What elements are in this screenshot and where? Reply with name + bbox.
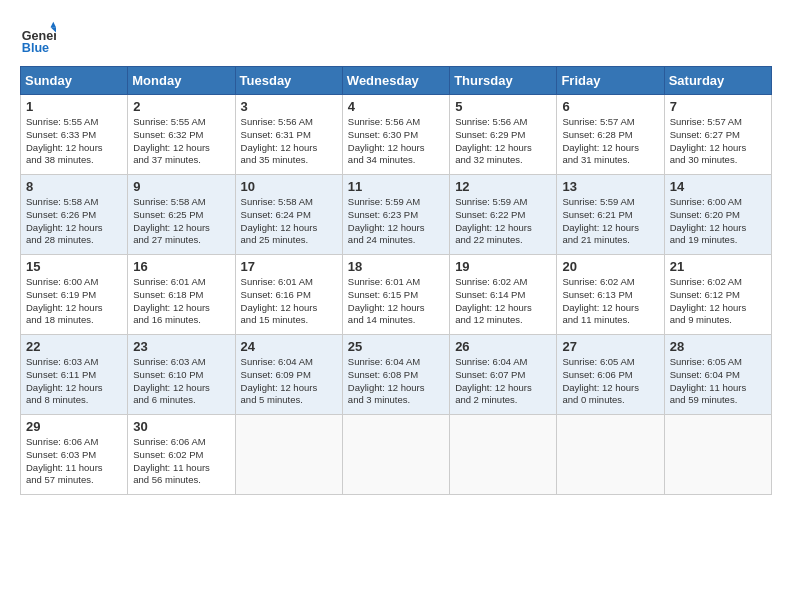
week-row-2: 8Sunrise: 5:58 AM Sunset: 6:26 PM Daylig…	[21, 175, 772, 255]
day-number: 5	[455, 99, 551, 114]
day-of-week-wednesday: Wednesday	[342, 67, 449, 95]
cell-content: Sunrise: 6:03 AM Sunset: 6:10 PM Dayligh…	[133, 356, 229, 407]
day-number: 16	[133, 259, 229, 274]
day-number: 28	[670, 339, 766, 354]
calendar-cell	[450, 415, 557, 495]
cell-content: Sunrise: 6:03 AM Sunset: 6:11 PM Dayligh…	[26, 356, 122, 407]
cell-content: Sunrise: 6:01 AM Sunset: 6:15 PM Dayligh…	[348, 276, 444, 327]
day-number: 20	[562, 259, 658, 274]
calendar-cell: 17Sunrise: 6:01 AM Sunset: 6:16 PM Dayli…	[235, 255, 342, 335]
cell-content: Sunrise: 6:06 AM Sunset: 6:03 PM Dayligh…	[26, 436, 122, 487]
calendar-cell	[664, 415, 771, 495]
day-number: 15	[26, 259, 122, 274]
cell-content: Sunrise: 5:55 AM Sunset: 6:33 PM Dayligh…	[26, 116, 122, 167]
cell-content: Sunrise: 5:57 AM Sunset: 6:27 PM Dayligh…	[670, 116, 766, 167]
day-number: 29	[26, 419, 122, 434]
calendar-cell: 20Sunrise: 6:02 AM Sunset: 6:13 PM Dayli…	[557, 255, 664, 335]
calendar-cell: 3Sunrise: 5:56 AM Sunset: 6:31 PM Daylig…	[235, 95, 342, 175]
calendar-cell	[235, 415, 342, 495]
day-number: 19	[455, 259, 551, 274]
calendar-cell: 30Sunrise: 6:06 AM Sunset: 6:02 PM Dayli…	[128, 415, 235, 495]
calendar-cell: 26Sunrise: 6:04 AM Sunset: 6:07 PM Dayli…	[450, 335, 557, 415]
week-row-5: 29Sunrise: 6:06 AM Sunset: 6:03 PM Dayli…	[21, 415, 772, 495]
day-number: 2	[133, 99, 229, 114]
day-number: 23	[133, 339, 229, 354]
cell-content: Sunrise: 6:05 AM Sunset: 6:04 PM Dayligh…	[670, 356, 766, 407]
cell-content: Sunrise: 5:55 AM Sunset: 6:32 PM Dayligh…	[133, 116, 229, 167]
cell-content: Sunrise: 5:56 AM Sunset: 6:30 PM Dayligh…	[348, 116, 444, 167]
page-header: General Blue	[20, 20, 772, 56]
cell-content: Sunrise: 5:59 AM Sunset: 6:22 PM Dayligh…	[455, 196, 551, 247]
cell-content: Sunrise: 5:59 AM Sunset: 6:21 PM Dayligh…	[562, 196, 658, 247]
calendar-cell: 25Sunrise: 6:04 AM Sunset: 6:08 PM Dayli…	[342, 335, 449, 415]
cell-content: Sunrise: 6:00 AM Sunset: 6:19 PM Dayligh…	[26, 276, 122, 327]
day-number: 27	[562, 339, 658, 354]
calendar-cell: 7Sunrise: 5:57 AM Sunset: 6:27 PM Daylig…	[664, 95, 771, 175]
calendar-cell: 16Sunrise: 6:01 AM Sunset: 6:18 PM Dayli…	[128, 255, 235, 335]
calendar-cell	[557, 415, 664, 495]
cell-content: Sunrise: 6:04 AM Sunset: 6:08 PM Dayligh…	[348, 356, 444, 407]
calendar-cell: 11Sunrise: 5:59 AM Sunset: 6:23 PM Dayli…	[342, 175, 449, 255]
calendar-cell: 23Sunrise: 6:03 AM Sunset: 6:10 PM Dayli…	[128, 335, 235, 415]
day-number: 6	[562, 99, 658, 114]
svg-text:Blue: Blue	[22, 41, 49, 55]
day-number: 14	[670, 179, 766, 194]
logo: General Blue	[20, 20, 60, 56]
cell-content: Sunrise: 5:58 AM Sunset: 6:26 PM Dayligh…	[26, 196, 122, 247]
cell-content: Sunrise: 6:02 AM Sunset: 6:14 PM Dayligh…	[455, 276, 551, 327]
calendar-cell: 21Sunrise: 6:02 AM Sunset: 6:12 PM Dayli…	[664, 255, 771, 335]
week-row-3: 15Sunrise: 6:00 AM Sunset: 6:19 PM Dayli…	[21, 255, 772, 335]
cell-content: Sunrise: 6:04 AM Sunset: 6:07 PM Dayligh…	[455, 356, 551, 407]
calendar-cell: 24Sunrise: 6:04 AM Sunset: 6:09 PM Dayli…	[235, 335, 342, 415]
calendar-table: SundayMondayTuesdayWednesdayThursdayFrid…	[20, 66, 772, 495]
week-row-4: 22Sunrise: 6:03 AM Sunset: 6:11 PM Dayli…	[21, 335, 772, 415]
day-of-week-thursday: Thursday	[450, 67, 557, 95]
day-number: 8	[26, 179, 122, 194]
day-number: 24	[241, 339, 337, 354]
day-of-week-sunday: Sunday	[21, 67, 128, 95]
calendar-cell: 18Sunrise: 6:01 AM Sunset: 6:15 PM Dayli…	[342, 255, 449, 335]
cell-content: Sunrise: 5:57 AM Sunset: 6:28 PM Dayligh…	[562, 116, 658, 167]
calendar-cell: 29Sunrise: 6:06 AM Sunset: 6:03 PM Dayli…	[21, 415, 128, 495]
day-of-week-saturday: Saturday	[664, 67, 771, 95]
cell-content: Sunrise: 6:00 AM Sunset: 6:20 PM Dayligh…	[670, 196, 766, 247]
calendar-cell: 10Sunrise: 5:58 AM Sunset: 6:24 PM Dayli…	[235, 175, 342, 255]
day-number: 7	[670, 99, 766, 114]
day-number: 21	[670, 259, 766, 274]
day-number: 10	[241, 179, 337, 194]
header-row: SundayMondayTuesdayWednesdayThursdayFrid…	[21, 67, 772, 95]
day-number: 3	[241, 99, 337, 114]
cell-content: Sunrise: 6:06 AM Sunset: 6:02 PM Dayligh…	[133, 436, 229, 487]
day-number: 26	[455, 339, 551, 354]
calendar-cell: 12Sunrise: 5:59 AM Sunset: 6:22 PM Dayli…	[450, 175, 557, 255]
calendar-cell: 4Sunrise: 5:56 AM Sunset: 6:30 PM Daylig…	[342, 95, 449, 175]
day-number: 11	[348, 179, 444, 194]
cell-content: Sunrise: 6:02 AM Sunset: 6:12 PM Dayligh…	[670, 276, 766, 327]
day-number: 18	[348, 259, 444, 274]
day-number: 1	[26, 99, 122, 114]
day-of-week-tuesday: Tuesday	[235, 67, 342, 95]
calendar-cell: 14Sunrise: 6:00 AM Sunset: 6:20 PM Dayli…	[664, 175, 771, 255]
day-number: 4	[348, 99, 444, 114]
day-number: 9	[133, 179, 229, 194]
day-number: 22	[26, 339, 122, 354]
calendar-cell: 2Sunrise: 5:55 AM Sunset: 6:32 PM Daylig…	[128, 95, 235, 175]
calendar-cell: 22Sunrise: 6:03 AM Sunset: 6:11 PM Dayli…	[21, 335, 128, 415]
calendar-cell	[342, 415, 449, 495]
cell-content: Sunrise: 6:01 AM Sunset: 6:18 PM Dayligh…	[133, 276, 229, 327]
calendar-cell: 8Sunrise: 5:58 AM Sunset: 6:26 PM Daylig…	[21, 175, 128, 255]
calendar-cell: 9Sunrise: 5:58 AM Sunset: 6:25 PM Daylig…	[128, 175, 235, 255]
calendar-cell: 1Sunrise: 5:55 AM Sunset: 6:33 PM Daylig…	[21, 95, 128, 175]
cell-content: Sunrise: 5:56 AM Sunset: 6:31 PM Dayligh…	[241, 116, 337, 167]
cell-content: Sunrise: 6:01 AM Sunset: 6:16 PM Dayligh…	[241, 276, 337, 327]
cell-content: Sunrise: 5:59 AM Sunset: 6:23 PM Dayligh…	[348, 196, 444, 247]
week-row-1: 1Sunrise: 5:55 AM Sunset: 6:33 PM Daylig…	[21, 95, 772, 175]
calendar-cell: 19Sunrise: 6:02 AM Sunset: 6:14 PM Dayli…	[450, 255, 557, 335]
cell-content: Sunrise: 6:05 AM Sunset: 6:06 PM Dayligh…	[562, 356, 658, 407]
calendar-cell: 27Sunrise: 6:05 AM Sunset: 6:06 PM Dayli…	[557, 335, 664, 415]
day-number: 13	[562, 179, 658, 194]
cell-content: Sunrise: 6:02 AM Sunset: 6:13 PM Dayligh…	[562, 276, 658, 327]
cell-content: Sunrise: 6:04 AM Sunset: 6:09 PM Dayligh…	[241, 356, 337, 407]
cell-content: Sunrise: 5:56 AM Sunset: 6:29 PM Dayligh…	[455, 116, 551, 167]
cell-content: Sunrise: 5:58 AM Sunset: 6:25 PM Dayligh…	[133, 196, 229, 247]
